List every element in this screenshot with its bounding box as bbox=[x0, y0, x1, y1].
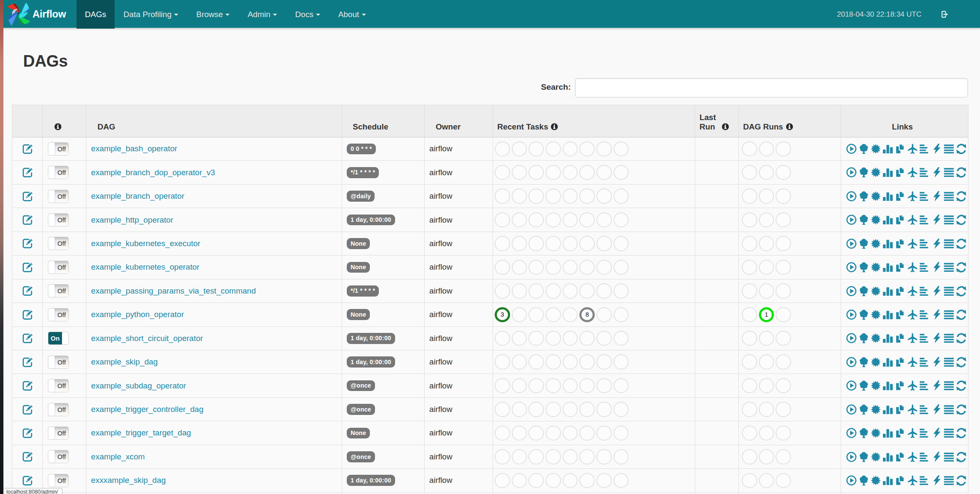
dag-run-circle[interactable] bbox=[776, 354, 791, 370]
task-state-circle[interactable] bbox=[495, 331, 510, 346]
landing-times-link[interactable] bbox=[907, 214, 918, 226]
dag-link[interactable]: example_kubernetes_operator bbox=[91, 262, 200, 271]
task-state-circle[interactable] bbox=[495, 165, 510, 180]
tree-view-link[interactable] bbox=[858, 191, 870, 202]
task-state-circle[interactable] bbox=[512, 260, 527, 275]
task-state-circle[interactable] bbox=[614, 236, 629, 251]
task-state-circle[interactable] bbox=[563, 449, 578, 465]
task-state-circle[interactable] bbox=[512, 141, 527, 157]
task-tries-link[interactable] bbox=[894, 143, 906, 155]
trigger-dag-link[interactable] bbox=[846, 356, 857, 368]
task-state-circle[interactable] bbox=[495, 283, 510, 299]
landing-times-link[interactable] bbox=[907, 427, 918, 439]
task-state-circle[interactable] bbox=[596, 449, 612, 465]
task-state-circle[interactable] bbox=[546, 188, 561, 204]
tree-view-link[interactable] bbox=[858, 285, 870, 297]
dag-run-circle[interactable] bbox=[742, 188, 757, 204]
trigger-dag-link[interactable] bbox=[846, 238, 857, 250]
task-state-circle[interactable]: 3 bbox=[495, 307, 510, 323]
dag-run-circle[interactable] bbox=[759, 212, 774, 228]
dag-run-circle[interactable] bbox=[742, 212, 757, 228]
code-view-link[interactable] bbox=[931, 238, 943, 250]
task-state-circle[interactable] bbox=[528, 402, 544, 417]
task-state-circle[interactable] bbox=[528, 236, 544, 251]
gantt-link[interactable] bbox=[919, 167, 930, 178]
tree-view-link[interactable] bbox=[858, 309, 870, 321]
refresh-link[interactable] bbox=[956, 356, 967, 368]
logs-link[interactable] bbox=[943, 427, 955, 439]
trigger-dag-link[interactable] bbox=[846, 380, 857, 391]
landing-times-link[interactable] bbox=[907, 191, 918, 202]
dag-run-circle[interactable] bbox=[742, 449, 757, 465]
task-state-circle[interactable] bbox=[579, 212, 595, 228]
task-state-circle[interactable] bbox=[495, 473, 510, 488]
task-state-circle[interactable] bbox=[495, 260, 510, 275]
task-state-circle[interactable] bbox=[614, 354, 629, 370]
landing-times-link[interactable] bbox=[907, 262, 918, 273]
task-tries-link[interactable] bbox=[894, 451, 906, 463]
task-state-circle[interactable] bbox=[512, 212, 527, 228]
tree-view-link[interactable] bbox=[858, 262, 870, 273]
graph-view-link[interactable] bbox=[870, 475, 882, 486]
tree-view-link[interactable] bbox=[858, 238, 870, 250]
dag-run-circle[interactable] bbox=[759, 449, 774, 465]
landing-times-link[interactable] bbox=[907, 404, 918, 415]
task-tries-link[interactable] bbox=[894, 167, 906, 178]
edit-dag-button[interactable] bbox=[12, 445, 43, 468]
graph-view-link[interactable] bbox=[870, 167, 882, 178]
task-tries-link[interactable] bbox=[894, 380, 906, 391]
gantt-link[interactable] bbox=[919, 191, 930, 202]
task-state-circle[interactable] bbox=[528, 354, 544, 370]
nav-item-admin[interactable]: Admin bbox=[239, 0, 286, 29]
dag-run-circle[interactable] bbox=[759, 331, 774, 346]
task-state-circle[interactable] bbox=[596, 165, 612, 180]
task-duration-link[interactable] bbox=[883, 427, 894, 439]
graph-view-link[interactable] bbox=[870, 356, 882, 368]
dag-run-circle[interactable] bbox=[776, 307, 791, 323]
task-state-circle[interactable] bbox=[528, 426, 544, 441]
graph-view-link[interactable] bbox=[870, 143, 882, 155]
task-duration-link[interactable] bbox=[883, 214, 894, 226]
task-state-circle[interactable] bbox=[528, 188, 544, 204]
task-state-circle[interactable] bbox=[596, 307, 612, 323]
dag-pause-toggle[interactable]: Off bbox=[48, 356, 69, 369]
task-duration-link[interactable] bbox=[883, 380, 894, 391]
task-state-circle[interactable] bbox=[546, 473, 561, 488]
landing-times-link[interactable] bbox=[907, 332, 918, 344]
dag-run-circle[interactable] bbox=[742, 331, 757, 346]
dag-pause-toggle[interactable]: Off bbox=[48, 166, 69, 179]
task-duration-link[interactable] bbox=[883, 332, 894, 344]
task-state-circle[interactable] bbox=[563, 141, 578, 157]
gantt-link[interactable] bbox=[919, 451, 930, 463]
task-state-circle[interactable] bbox=[579, 331, 595, 346]
edit-dag-button[interactable] bbox=[12, 137, 43, 161]
edit-dag-button[interactable] bbox=[12, 232, 43, 255]
task-duration-link[interactable] bbox=[883, 309, 894, 321]
trigger-dag-link[interactable] bbox=[846, 167, 857, 178]
task-duration-link[interactable] bbox=[883, 262, 894, 273]
trigger-dag-link[interactable] bbox=[846, 262, 857, 273]
task-state-circle[interactable] bbox=[546, 307, 561, 323]
code-view-link[interactable] bbox=[931, 356, 943, 368]
edit-dag-button[interactable] bbox=[12, 326, 43, 350]
logs-link[interactable] bbox=[943, 285, 955, 297]
task-state-circle[interactable] bbox=[528, 449, 544, 465]
trigger-dag-link[interactable] bbox=[846, 427, 857, 439]
edit-dag-button[interactable] bbox=[12, 279, 43, 303]
task-state-circle[interactable] bbox=[563, 402, 578, 417]
code-view-link[interactable] bbox=[931, 451, 943, 463]
task-tries-link[interactable] bbox=[894, 427, 906, 439]
task-state-circle[interactable] bbox=[596, 402, 612, 417]
schedule-badge[interactable]: None bbox=[347, 262, 370, 273]
dag-run-circle[interactable] bbox=[742, 378, 757, 394]
task-state-circle[interactable] bbox=[596, 331, 612, 346]
graph-view-link[interactable] bbox=[870, 309, 882, 321]
edit-dag-button[interactable] bbox=[12, 421, 43, 445]
task-duration-link[interactable] bbox=[883, 404, 894, 415]
code-view-link[interactable] bbox=[931, 309, 943, 321]
task-state-circle[interactable] bbox=[528, 307, 544, 323]
dag-run-circle[interactable] bbox=[759, 188, 774, 204]
dag-link[interactable]: example_skip_dag bbox=[91, 357, 158, 366]
task-state-circle[interactable] bbox=[512, 165, 527, 180]
code-view-link[interactable] bbox=[931, 475, 943, 486]
